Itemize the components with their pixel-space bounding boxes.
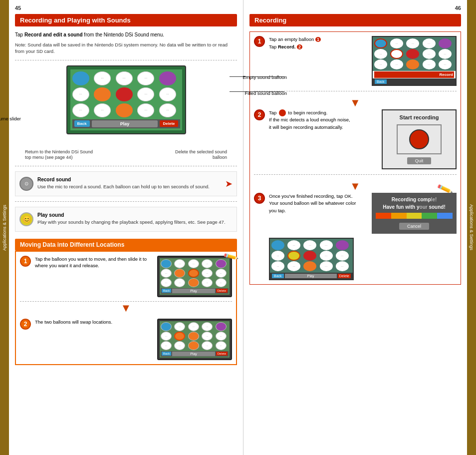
moving-step1-circle: 1 [20,256,31,267]
left-section-header: Recording and Playing with Sounds [15,14,237,26]
balloon-grid-3: ··· ··· ··· ··· [72,103,180,117]
mini-balloon-grid2: ··· ··· ··· ··· ··· ··· ··· ··· [161,322,229,350]
cancel-button[interactable]: Cancel [399,223,429,230]
rs-b6: ··· [374,49,387,59]
mb6: ··· [161,269,172,278]
mb26: ··· [161,341,172,350]
rs-b12: ··· [390,59,403,69]
mb16 [161,322,172,331]
final-screen-top: ··· ··· ··· ··· ··· ··· ··· ··· ··· ··· [270,239,353,273]
rs-b1 [374,38,387,48]
record-button-area [397,124,442,154]
moving-step1: 1 Tap the balloon you want to move, and … [16,252,236,301]
mini-delete2[interactable]: Delete [216,352,228,356]
moving-step2: 2 The two balloons will swap locations. … [16,315,236,364]
fs-b9: ··· [320,251,333,261]
left-page-number: 45 [15,5,237,11]
balloon-empty3: ··· [137,71,154,85]
mb25: ··· [216,332,227,341]
rec-step1-screen: ··· ··· ··· ··· ··· ··· ··· ··· [372,36,457,86]
divider1 [15,60,237,60]
back-button[interactable]: Back [74,120,90,127]
final-screen-bottom: Back Play Delete [270,273,353,279]
mb10: ··· [216,269,227,278]
play-button[interactable]: Play [92,120,158,127]
final-delete[interactable]: Delete [338,274,351,278]
right-page-number: 46 [249,5,461,11]
rec-divider2 [254,174,457,175]
fs-b4: ··· [320,240,333,250]
left-tab: Applications & Settings [0,0,9,455]
balloon-empty2: ··· [116,71,133,85]
arrow-down1: ▼ [254,96,457,109]
quit-button[interactable]: Quit [407,157,432,164]
divider2 [15,166,237,166]
balloon-empty5: ··· [137,87,154,101]
right-tab: Applications & Settings [467,0,476,455]
bottom-labels: Return to the Nintendo DSi Sound top men… [25,149,227,161]
cancel-container: Cancel [376,221,453,230]
record-sound-text: Record sound Use the mic to record a sou… [37,177,223,190]
moving-section-box: 1 Tap the balloon you want to move, and … [15,251,237,365]
balloon-orange2 [116,103,133,117]
mb28 [188,341,199,350]
mini-delete1[interactable]: Delete [216,289,228,293]
color-red [376,213,391,219]
rec-step2-content: Tap to begin recording. If the mic detec… [269,109,378,131]
mb5 [216,259,227,268]
rec-step2: 2 Tap to begin recording. If the mic det… [254,109,457,169]
rs-b15: ··· [439,59,452,69]
rs-b4: ··· [423,38,436,48]
final-screen-container: ··· ··· ··· ··· ··· ··· ··· ··· ··· ··· [269,238,457,280]
left-content: 45 Recording and Playing with Sounds Tap… [9,0,243,455]
mb1 [161,259,172,268]
mb4: ··· [202,259,213,268]
divider3 [15,201,237,202]
mb11: ··· [161,278,172,287]
mini-back1[interactable]: Back [162,289,171,293]
play-sound-text: Play sound Play with your sounds by chan… [37,212,233,225]
mini-back2[interactable]: Back [162,352,171,356]
moving-step2-text: The two balloons will swap locations. [35,319,153,325]
fs-b13 [303,261,316,271]
final-play[interactable]: Play [285,274,337,278]
start-recording-screen: Start recording Quit [382,109,457,169]
mb30: ··· [216,341,227,350]
fs-b15: ··· [336,261,349,271]
intro-text: Tap Record and edit a sound from the Nin… [15,31,237,38]
rec-step2-screen: Start recording Quit [382,109,457,169]
fs-b7 [287,251,300,261]
delete-label: Delete the selected sound balloon [162,149,227,161]
balloon-empty7: ··· [72,103,89,117]
balloon-empty1: ··· [94,71,111,85]
mb14: ··· [202,278,213,287]
arrow-down-container: ▼ [16,302,236,315]
record-red-button[interactable] [409,129,429,149]
fs-b14: ··· [320,261,333,271]
mini-play2[interactable]: Play [172,352,215,356]
volume-slider-label: Volume slider [0,116,21,121]
record-sound-row: ⊙ Record sound Use the mic to record a s… [15,171,237,196]
mini-screen1: ··· ··· ··· ··· ··· ··· ··· ··· [157,256,232,297]
moving-step1-text: Tap the balloon you want to move, and th… [35,256,153,269]
balloon-empty6: ··· [159,87,176,101]
fs-b2: ··· [287,240,300,250]
mini-play1[interactable]: Play [172,289,215,293]
record-button-label[interactable]: Record [439,72,453,77]
delete-button[interactable]: Delete [160,120,178,127]
recording-box: 1 Tap an empty balloon 1 Tap Record. 2 ·… [249,31,461,285]
rec-step2-circle: 2 [254,109,265,120]
mini-controls2: Back Play Delete [161,351,229,357]
rs-b3: ··· [406,38,419,48]
mb12: ··· [174,278,185,287]
rs-b9: ··· [423,49,436,59]
dsi-screen-inner: ··· ··· ··· ··· ··· ··· [70,69,182,130]
final-back[interactable]: Back [272,274,284,278]
right-content: 46 Recording 1 Tap an empty balloon 1 Ta… [243,0,467,455]
rs-b14: ··· [423,59,436,69]
mb22 [174,332,185,341]
rs-b10: ··· [439,49,452,59]
rec-back[interactable]: Back [375,79,387,84]
balloon-purple1 [159,71,176,85]
arrow-down1-icon: ▼ [259,97,452,108]
